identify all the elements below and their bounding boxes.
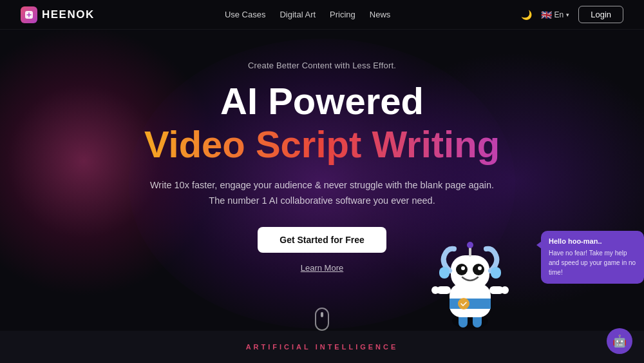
logo-icon <box>21 6 37 23</box>
chat-widget-icon: 🤖 <box>612 334 627 348</box>
navbar: HEENOK Use Cases Digital Art Pricing New… <box>0 0 644 30</box>
hero-description-line2: The number 1 AI collaborative software y… <box>209 195 435 206</box>
robot-area: Hello hoo-man.. Have no fear! Take my he… <box>425 237 515 337</box>
chevron-down-icon: ▾ <box>566 12 569 18</box>
ai-label: ARTIFICIAL INTELLIGENCE <box>246 343 399 351</box>
logo-svg <box>24 10 33 19</box>
svg-point-6 <box>458 298 469 309</box>
nav-link-digital-art[interactable]: Digital Art <box>279 10 316 19</box>
svg-point-19 <box>478 266 482 270</box>
scroll-dot <box>321 312 323 317</box>
flag-icon: 🇬🇧 <box>541 10 552 20</box>
nav-link-pricing[interactable]: Pricing <box>330 10 355 19</box>
hero-description-line1: Write 10x faster, engage your audience &… <box>150 180 494 190</box>
get-started-button[interactable]: Get Started for Free <box>258 227 386 253</box>
nav-link-news[interactable]: News <box>370 10 391 19</box>
chat-widget-button[interactable]: 🤖 <box>607 328 632 354</box>
svg-point-8 <box>431 286 439 294</box>
login-button[interactable]: Login <box>578 6 623 23</box>
nav-right: 🌙 🇬🇧 En ▾ Login <box>521 6 624 23</box>
robot-svg <box>425 237 515 337</box>
svg-point-13 <box>467 242 473 248</box>
hero-title-line2: Video Script Writing <box>144 124 500 165</box>
language-selector[interactable]: 🇬🇧 En ▾ <box>541 10 570 20</box>
svg-point-10 <box>501 286 509 294</box>
bottom-section: ARTIFICIAL INTELLIGENCE <box>0 331 644 363</box>
chat-bubble-title: Hello hoo-man.. <box>549 237 636 245</box>
svg-rect-14 <box>439 267 450 279</box>
svg-point-18 <box>461 266 465 270</box>
hero-description: Write 10x faster, engage your audience &… <box>150 178 494 209</box>
nav-links: Use Cases Digital Art Pricing News <box>225 10 390 19</box>
scroll-indicator <box>315 308 329 331</box>
chat-bubble-text: Have no fear! Take my help and speed up … <box>549 248 636 277</box>
learn-more-link[interactable]: Learn More <box>301 263 343 273</box>
nav-link-use-cases[interactable]: Use Cases <box>225 10 266 19</box>
dark-mode-icon[interactable]: 🌙 <box>521 10 532 20</box>
logo[interactable]: HEENOK <box>21 6 95 23</box>
hero-subtitle: Create Better Content with Less Effort. <box>248 61 396 70</box>
lang-code: En <box>554 10 564 19</box>
logo-text: HEENOK <box>42 8 95 21</box>
robot-chat-bubble: Hello hoo-man.. Have no fear! Take my he… <box>541 231 644 284</box>
hero-title-line1: AI Powered <box>220 82 424 121</box>
svg-rect-15 <box>491 267 501 279</box>
svg-rect-5 <box>450 299 491 309</box>
robot-illustration <box>425 237 515 337</box>
